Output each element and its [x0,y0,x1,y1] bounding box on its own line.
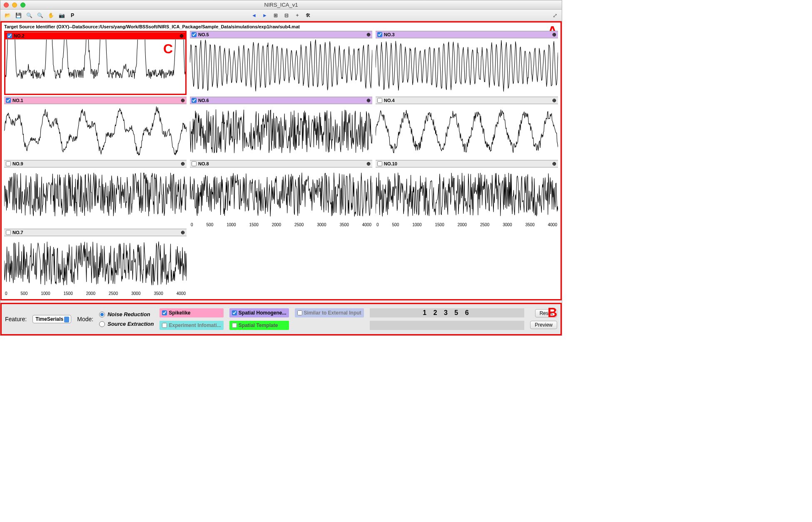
tag-spikelike-label: Spikelike [169,310,190,316]
camera-icon[interactable]: 📷 [57,11,66,20]
tag-spikelike[interactable]: Spikelike [159,308,223,317]
axis-tick: 0 [5,291,7,296]
axis-tick: 1500 [249,222,259,227]
panel-header: NO.7 ⊕ [4,229,187,236]
panel-header: NO.1 ⊕ [4,97,187,104]
tag-spikelike-checkbox[interactable] [162,310,167,315]
pan-icon[interactable]: ✋ [46,11,55,20]
zoom-icon[interactable]: ⊕ [552,32,556,37]
signal-panel: NO.3 ⊕ [376,31,558,95]
signal-plot [4,167,187,222]
selected-numbers-empty [370,321,525,330]
tag-spatial-checkbox[interactable] [232,310,237,315]
panel-title: NO.5 [198,32,209,37]
window-controls [0,2,25,7]
zoom-icon[interactable]: ⊕ [181,97,185,103]
panel-header: NO.5 ⊕ [190,31,372,38]
toolbar-center: ◄ ► ⊞ ⊟ ＋ 🛠 [249,11,313,20]
plus-icon[interactable]: ＋ [293,11,302,20]
zoom-out-icon[interactable]: 🔍 [35,11,45,20]
axis-tick: 0 [191,222,193,227]
signal-plot [4,236,187,290]
preview-button[interactable]: Preview [530,321,557,329]
minimize-icon[interactable] [12,2,17,7]
axis-tick: 500 [207,222,214,227]
grid-3x3-icon[interactable]: ⊞ [271,11,280,20]
tag-similar-external[interactable]: Similar to External Input [295,308,364,317]
mode-noise-reduction[interactable]: Noise Reduction [99,311,154,317]
zoom-icon[interactable]: ⊕ [366,32,371,37]
axis-tick: 500 [392,222,399,227]
grid-2x2-icon[interactable]: ⊟ [282,11,291,20]
app-window: NIRS_ICA_v1 📂 💾 🔍 🔍 ✋ 📷 P ◄ ► ⊞ ⊟ ＋ 🛠 ⤢ … [0,0,562,336]
zoom-icon[interactable]: ⊕ [179,33,184,39]
axis-tick: 4000 [548,222,557,227]
panel-checkbox[interactable] [7,33,12,38]
panel-header: NO.9 ⊕ [4,160,187,167]
tag-spatial-label: Spatial Homogene... [239,310,286,316]
axis-tick: 1000 [41,291,50,296]
tag-template-checkbox[interactable] [232,323,237,328]
panel-checkbox[interactable] [377,32,382,37]
feature-select[interactable]: TimeSerials [32,315,71,323]
axis-tick: 3500 [340,222,349,227]
panel-checkbox[interactable] [6,230,11,235]
expand-icon[interactable]: ⤢ [551,12,559,19]
panel-checkbox[interactable] [192,98,197,103]
panel-checkbox[interactable] [6,98,11,103]
axis-tick: 3000 [317,222,326,227]
open-icon[interactable]: 📂 [3,11,12,20]
panel-title: NO.2 [14,33,25,38]
axis-tick: 1000 [227,222,236,227]
panel-header: NO.4 ⊕ [376,97,558,104]
axis-tick: 3500 [526,222,535,227]
signal-panel: NO.5 ⊕ [190,31,372,95]
tag-column-1: Spikelike Experiment Infomati... [159,308,223,330]
panel-checkbox[interactable] [192,161,197,166]
axis-tick: 500 [21,291,28,296]
panel-title: NO.9 [12,161,23,166]
axis-tick: 3000 [503,222,512,227]
tag-spatial-template[interactable]: Spatial Template [229,321,289,330]
panel-checkbox[interactable] [377,161,382,166]
zoom-icon[interactable]: ⊕ [552,161,556,167]
panel-title: NO.8 [198,161,209,166]
axis-tick: 2500 [294,222,304,227]
signal-grid: NO.2 ⊕ C NO.5 ⊕ NO.3 ⊕ NO.1 ⊕ [2,31,560,296]
zoom-icon[interactable]: ⊕ [181,161,185,167]
panel-checkbox[interactable] [6,161,11,166]
zoom-icon[interactable]: ⊕ [366,97,371,103]
zoom-icon[interactable]: ⊕ [181,230,185,235]
signal-plot [190,167,372,222]
signal-panel: NO.8 ⊕ [190,160,372,222]
next-icon[interactable]: ► [260,11,269,20]
axis-tick: 3000 [131,291,140,296]
tag-similar-checkbox[interactable] [297,310,302,315]
tag-experiment-checkbox[interactable] [162,323,167,328]
zoom-icon[interactable]: ⊕ [552,97,556,103]
maximize-icon[interactable] [20,2,25,7]
zoom-icon[interactable]: ⊕ [366,161,371,167]
panel-checkbox[interactable] [377,98,382,103]
tag-column-3: Similar to External Input [295,308,364,330]
p-button[interactable]: P [68,11,77,20]
tag-spatial-homogene[interactable]: Spatial Homogene... [229,308,289,317]
mode-source-extraction[interactable]: Source Extraction [99,321,154,327]
axis-tick: 2500 [480,222,489,227]
prev-icon[interactable]: ◄ [249,11,259,20]
panel-with-axis: NO.8 ⊕ 05001000150020002500300035004000 [190,160,372,227]
signal-panel: NO.4 ⊕ [376,97,558,158]
signal-plot [376,167,558,222]
save-icon[interactable]: 💾 [14,11,23,20]
close-icon[interactable] [4,2,9,7]
zoom-in-icon[interactable]: 🔍 [25,11,34,20]
tag-column-2: Spatial Homogene... Spatial Template [229,308,289,330]
axis-tick: 0 [376,222,379,227]
signal-panel: NO.7 ⊕ [4,229,187,290]
panel-checkbox[interactable] [192,32,197,37]
panel-a: A Target Source Identifier (OXY)--DataSo… [0,21,562,300]
tag-experiment-info[interactable]: Experiment Infomati... [159,321,223,330]
panel-header: NO.3 ⊕ [376,31,558,38]
mode-options: Noise Reduction Source Extraction [99,311,154,327]
tools-icon[interactable]: 🛠 [304,11,313,20]
